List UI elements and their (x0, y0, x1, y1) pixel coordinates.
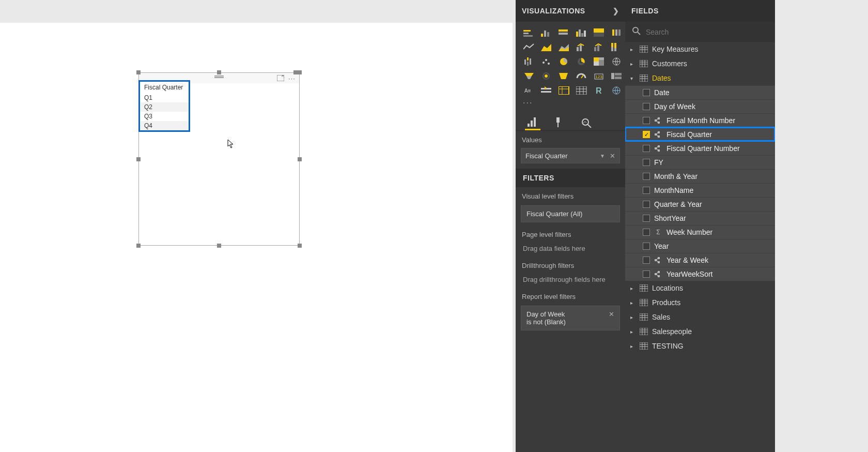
table-customers[interactable]: ▸Customers (625, 56, 775, 71)
remove-field-icon[interactable]: ✕ (610, 152, 615, 160)
field-day-of-week[interactable]: Day of Week (625, 99, 775, 113)
visual-type-button[interactable] (610, 56, 624, 67)
table-visual[interactable]: Fiscal Quarter Q1 Q2 Q3 Q4 (138, 80, 190, 132)
field-date[interactable]: Date (625, 85, 775, 99)
field-checkbox[interactable] (643, 145, 650, 152)
visual-type-button[interactable] (522, 70, 536, 82)
table-testing[interactable]: ▸TESTING (625, 339, 775, 353)
visual-type-button[interactable] (610, 41, 624, 53)
remove-filter-icon[interactable]: ✕ (609, 310, 614, 318)
visual-type-button[interactable] (575, 70, 589, 82)
table-products[interactable]: ▸Products (625, 295, 775, 310)
visual-type-button[interactable]: A≡ (522, 85, 536, 96)
visual-type-button[interactable] (539, 27, 554, 38)
field-checkbox[interactable] (643, 89, 650, 96)
visual-type-button[interactable] (557, 70, 571, 82)
field-checkbox[interactable] (643, 173, 650, 180)
analytics-tab[interactable] (579, 115, 594, 130)
visual-type-button[interactable] (592, 41, 607, 53)
focus-mode-icon[interactable] (276, 74, 285, 82)
table-dates[interactable]: ▾Dates (625, 71, 775, 85)
visual-type-button[interactable] (557, 85, 571, 96)
report-canvas[interactable]: ··· Fiscal Quarter Q1 Q2 Q3 Q4 (0, 0, 513, 452)
column-header[interactable]: Fiscal Quarter (140, 82, 189, 93)
field-fiscal-quarter[interactable]: ✓Fiscal Quarter (625, 127, 775, 141)
report-filter-card[interactable]: ✕ Day of Week is not (Blank) (521, 306, 620, 330)
visual-type-button[interactable] (522, 56, 536, 67)
table-row[interactable]: Q1 (140, 93, 189, 102)
field-checkbox[interactable] (643, 229, 650, 236)
field-checkbox[interactable] (643, 215, 650, 222)
field-monthname[interactable]: MonthName (625, 183, 775, 197)
field-checkbox[interactable] (643, 187, 650, 194)
visual-filter-card[interactable]: Fiscal Quarter (All) (521, 205, 620, 222)
fields-header[interactable]: FIELDS (625, 0, 775, 22)
drag-grip-icon[interactable] (214, 75, 224, 79)
table-salespeople[interactable]: ▸Salespeople (625, 324, 775, 339)
visual-type-button[interactable] (522, 41, 536, 53)
visual-type-button[interactable] (539, 56, 554, 67)
visual-type-button[interactable] (575, 56, 589, 67)
visual-type-button[interactable] (575, 41, 589, 53)
field-checkbox[interactable] (643, 201, 650, 208)
visual-type-button[interactable] (592, 56, 607, 67)
field-shortyear[interactable]: ShortYear (625, 211, 775, 225)
format-tab[interactable] (552, 115, 567, 130)
resize-handle[interactable] (298, 157, 302, 161)
page-filter-dropzone[interactable]: Drag data fields here (516, 240, 625, 257)
visualizations-header[interactable]: VISUALIZATIONS ❯ (516, 0, 625, 22)
field-checkbox[interactable] (643, 159, 650, 166)
drillthrough-dropzone[interactable]: Drag drillthrough fields here (516, 272, 625, 288)
field-fiscal-quarter-number[interactable]: Fiscal Quarter Number (625, 141, 775, 155)
resize-handle[interactable] (136, 70, 141, 74)
visual-type-button[interactable]: 123 (592, 70, 607, 82)
visual-type-button[interactable] (610, 27, 624, 38)
resize-handle[interactable] (298, 244, 302, 248)
visual-type-button[interactable] (539, 41, 554, 53)
table-row[interactable]: Q4 (140, 121, 189, 130)
resize-handle[interactable] (217, 70, 221, 74)
fields-tab[interactable] (525, 115, 540, 130)
fields-search[interactable] (625, 22, 775, 42)
visual-type-button[interactable] (575, 85, 589, 96)
visual-type-button[interactable] (610, 70, 624, 82)
table-row[interactable]: Q3 (140, 112, 189, 121)
chevron-right-icon[interactable]: ❯ (613, 7, 619, 15)
visual-type-button[interactable]: R (592, 85, 607, 96)
field-checkbox[interactable] (643, 103, 650, 110)
field-checkbox[interactable] (643, 270, 650, 278)
resize-handle[interactable] (217, 244, 221, 248)
field-quarter-year[interactable]: Quarter & Year (625, 197, 775, 211)
field-month-year[interactable]: Month & Year (625, 169, 775, 183)
field-year[interactable]: Year (625, 239, 775, 253)
field-year-week[interactable]: Year & Week (625, 253, 775, 267)
resize-handle[interactable] (136, 157, 141, 161)
search-input[interactable] (646, 28, 768, 36)
more-visuals-icon[interactable]: ··· (516, 98, 625, 112)
field-checkbox[interactable] (643, 257, 650, 264)
selected-visual[interactable]: ··· Fiscal Quarter Q1 Q2 Q3 Q4 (138, 72, 300, 246)
visual-type-button[interactable] (557, 27, 571, 38)
field-fiscal-month-number[interactable]: Fiscal Month Number (625, 113, 775, 127)
resize-handle[interactable] (136, 244, 141, 248)
resize-handle[interactable] (293, 70, 302, 74)
values-field-well[interactable]: Fiscal Quarter ▼ ✕ (521, 148, 620, 163)
field-checkbox[interactable] (643, 117, 650, 124)
visual-type-button[interactable] (575, 27, 589, 38)
field-yearweeksort[interactable]: YearWeekSort (625, 267, 775, 281)
visual-type-button[interactable] (557, 41, 571, 53)
table-row[interactable]: Q2 (140, 102, 189, 112)
field-checkbox[interactable]: ✓ (643, 131, 650, 138)
more-options-icon[interactable]: ··· (288, 74, 296, 82)
field-fy[interactable]: FY (625, 155, 775, 169)
field-week-number[interactable]: ΣWeek Number (625, 225, 775, 239)
chevron-down-icon[interactable]: ▼ (600, 153, 605, 159)
table-key-measures[interactable]: ▸Key Measures (625, 42, 775, 56)
visual-type-button[interactable] (557, 56, 571, 67)
table-sales[interactable]: ▸Sales (625, 310, 775, 324)
visual-type-button[interactable] (522, 27, 536, 38)
visual-type-button[interactable] (539, 70, 554, 82)
visual-type-button[interactable] (610, 85, 624, 96)
visual-type-button[interactable] (539, 85, 554, 96)
visual-type-button[interactable] (592, 27, 607, 38)
